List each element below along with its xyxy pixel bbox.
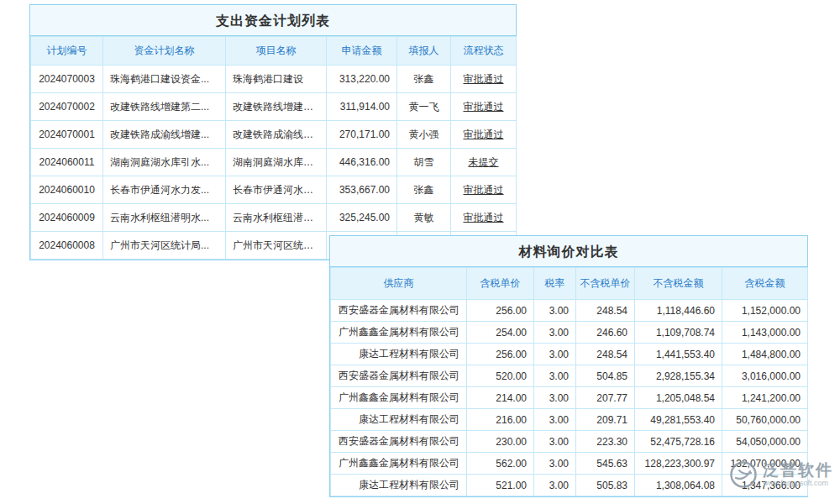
cell-id[interactable]: 2024070002 bbox=[31, 93, 103, 121]
material-quote-table-title: 材料询价对比表 bbox=[330, 236, 807, 267]
table-row[interactable]: 康达工程材料有限公司256.003.00248.541,441,553.401,… bbox=[331, 344, 808, 365]
cell-amount_untaxed: 1,308,064.08 bbox=[635, 475, 722, 496]
cell-supplier[interactable]: 广州鑫鑫金属材料有限公司 bbox=[331, 453, 467, 475]
column-header: 含税金额 bbox=[722, 268, 808, 300]
cell-name[interactable]: 改建铁路线增建第二... bbox=[103, 93, 226, 121]
cell-tax_rate: 3.00 bbox=[534, 322, 576, 344]
table-row[interactable]: 广州鑫鑫金属材料有限公司254.003.00246.601,109,708.74… bbox=[331, 322, 808, 344]
table-row[interactable]: 2024070003珠海鹤港口建设资金...珠海鹤港口建设313,220.00张… bbox=[31, 66, 517, 93]
column-header: 含税单价 bbox=[467, 268, 534, 300]
cell-amount: 313,220.00 bbox=[327, 66, 397, 93]
cell-name[interactable]: 云南水利枢纽潜明水... bbox=[103, 204, 226, 232]
cell-amount_taxed: 1,143,000.00 bbox=[722, 322, 808, 344]
cell-status[interactable]: 审批通过 bbox=[451, 204, 517, 232]
cell-name[interactable]: 广州市天河区统计局... bbox=[103, 232, 226, 260]
cell-project[interactable]: 改建铁路成渝线增... bbox=[226, 121, 327, 149]
cell-status[interactable]: 审批通过 bbox=[451, 121, 517, 149]
cell-tax_rate: 3.00 bbox=[534, 365, 576, 387]
cell-supplier[interactable]: 康达工程材料有限公司 bbox=[331, 475, 467, 496]
cell-id[interactable]: 2024060010 bbox=[31, 176, 103, 204]
cell-amount: 270,171.00 bbox=[327, 121, 397, 149]
cell-status[interactable]: 审批通过 bbox=[451, 66, 517, 93]
cell-tax_rate: 3.00 bbox=[534, 409, 576, 431]
cell-project[interactable]: 珠海鹤港口建设 bbox=[226, 66, 327, 93]
cell-price_untaxed: 505.83 bbox=[576, 475, 635, 496]
table-row[interactable]: 康达工程材料有限公司216.003.00209.7149,281,553.405… bbox=[331, 409, 808, 431]
cell-tax_rate: 3.00 bbox=[534, 431, 576, 453]
cell-project[interactable]: 长春市伊通河水力... bbox=[226, 176, 327, 204]
fanpu-brand-name: 泛普软件 bbox=[763, 462, 833, 479]
table-row[interactable]: 2024060009云南水利枢纽潜明水...云南水利枢纽潜明...325,245… bbox=[31, 204, 517, 232]
cell-status[interactable]: 未提交 bbox=[451, 149, 517, 176]
cell-amount_untaxed: 1,441,553.40 bbox=[635, 344, 722, 365]
column-header: 供应商 bbox=[331, 268, 467, 300]
cell-project[interactable]: 云南水利枢纽潜明... bbox=[226, 204, 327, 232]
cell-price_untaxed: 209.71 bbox=[576, 409, 635, 431]
material-quote-header-row: 供应商含税单价税率不含税单价不含税金额含税金额 bbox=[331, 268, 808, 300]
cell-id[interactable]: 2024060008 bbox=[31, 232, 103, 260]
cell-price_untaxed: 545.63 bbox=[576, 453, 635, 475]
column-header: 计划编号 bbox=[31, 37, 103, 66]
column-header: 填报人 bbox=[397, 37, 451, 66]
cell-name[interactable]: 长春市伊通河水力发... bbox=[103, 176, 226, 204]
cell-amount_taxed: 3,016,000.00 bbox=[722, 365, 808, 387]
column-header: 不含税单价 bbox=[576, 268, 635, 300]
cell-name[interactable]: 珠海鹤港口建设资金... bbox=[103, 66, 226, 93]
cell-price_untaxed: 504.85 bbox=[576, 365, 635, 387]
cell-reporter: 黄一飞 bbox=[397, 93, 451, 121]
cell-price_taxed: 214.00 bbox=[467, 387, 534, 409]
table-row[interactable]: 西安盛器金属材料有限公司230.003.00223.3052,475,728.1… bbox=[331, 431, 808, 453]
expense-plan-table-card: 支出资金计划列表 计划编号资金计划名称项目名称申请金额填报人流程状态 20240… bbox=[29, 4, 517, 260]
column-header: 流程状态 bbox=[451, 37, 517, 66]
table-row[interactable]: 2024060011湖南洞庭湖水库引水...湖南洞庭湖水库引...446,316… bbox=[31, 149, 517, 176]
cell-supplier[interactable]: 广州鑫鑫金属材料有限公司 bbox=[331, 322, 467, 344]
cell-tax_rate: 3.00 bbox=[534, 344, 576, 365]
cell-price_taxed: 520.00 bbox=[467, 365, 534, 387]
fanpu-watermark-text: 泛普软件 www.fanpusoft.com bbox=[763, 462, 833, 488]
cell-amount_untaxed: 52,475,728.16 bbox=[635, 431, 722, 453]
cell-id[interactable]: 2024070001 bbox=[31, 121, 103, 149]
cell-reporter: 胡雪 bbox=[397, 149, 451, 176]
cell-supplier[interactable]: 康达工程材料有限公司 bbox=[331, 409, 467, 431]
cell-tax_rate: 3.00 bbox=[534, 300, 576, 322]
cell-id[interactable]: 2024070003 bbox=[31, 66, 103, 93]
cell-amount_taxed: 54,050,000.00 bbox=[722, 431, 808, 453]
cell-project[interactable]: 广州市天河区统计... bbox=[226, 232, 327, 260]
cell-amount_untaxed: 2,928,155.34 bbox=[635, 365, 722, 387]
column-header: 税率 bbox=[534, 268, 576, 300]
cell-status[interactable]: 审批通过 bbox=[451, 93, 517, 121]
cell-supplier[interactable]: 西安盛器金属材料有限公司 bbox=[331, 300, 467, 322]
cell-status[interactable]: 审批通过 bbox=[451, 176, 517, 204]
cell-id[interactable]: 2024060009 bbox=[31, 204, 103, 232]
page: 支出资金计划列表 计划编号资金计划名称项目名称申请金额填报人流程状态 20240… bbox=[0, 0, 840, 504]
cell-name[interactable]: 湖南洞庭湖水库引水... bbox=[103, 149, 226, 176]
material-quote-table-card: 材料询价对比表 供应商含税单价税率不含税单价不含税金额含税金额 西安盛器金属材料… bbox=[329, 235, 808, 497]
cell-price_taxed: 256.00 bbox=[467, 344, 534, 365]
cell-supplier[interactable]: 广州鑫鑫金属材料有限公司 bbox=[331, 387, 467, 409]
cell-amount_untaxed: 1,109,708.74 bbox=[635, 322, 722, 344]
column-header: 申请金额 bbox=[327, 37, 397, 66]
cell-supplier[interactable]: 康达工程材料有限公司 bbox=[331, 344, 467, 365]
cell-price_taxed: 562.00 bbox=[467, 453, 534, 475]
cell-name[interactable]: 改建铁路成渝线增建... bbox=[103, 121, 226, 149]
cell-amount_untaxed: 49,281,553.40 bbox=[635, 409, 722, 431]
cell-supplier[interactable]: 西安盛器金属材料有限公司 bbox=[331, 431, 467, 453]
table-row[interactable]: 西安盛器金属材料有限公司520.003.00504.852,928,155.34… bbox=[331, 365, 808, 387]
cell-project[interactable]: 湖南洞庭湖水库引... bbox=[226, 149, 327, 176]
cell-amount_untaxed: 1,205,048.54 bbox=[635, 387, 722, 409]
cell-amount_taxed: 1,241,200.00 bbox=[722, 387, 808, 409]
cell-supplier[interactable]: 西安盛器金属材料有限公司 bbox=[331, 365, 467, 387]
cell-reporter: 黄小强 bbox=[397, 121, 451, 149]
cell-id[interactable]: 2024060011 bbox=[31, 149, 103, 176]
table-row[interactable]: 广州鑫鑫金属材料有限公司214.003.00207.771,205,048.54… bbox=[331, 387, 808, 409]
cell-amount_untaxed: 1,118,446.60 bbox=[635, 300, 722, 322]
cell-price_untaxed: 248.54 bbox=[576, 344, 635, 365]
table-row[interactable]: 2024060010长春市伊通河水力发...长春市伊通河水力...353,667… bbox=[31, 176, 517, 204]
table-row[interactable]: 西安盛器金属材料有限公司256.003.00248.541,118,446.60… bbox=[331, 300, 808, 322]
table-row[interactable]: 2024070001改建铁路成渝线增建...改建铁路成渝线增...270,171… bbox=[31, 121, 517, 149]
cell-reporter: 张鑫 bbox=[397, 66, 451, 93]
column-header: 不含税金额 bbox=[635, 268, 722, 300]
cell-price_untaxed: 246.60 bbox=[576, 322, 635, 344]
cell-project[interactable]: 改建铁路线增建第... bbox=[226, 93, 327, 121]
table-row[interactable]: 2024070002改建铁路线增建第二...改建铁路线增建第...311,914… bbox=[31, 93, 517, 121]
